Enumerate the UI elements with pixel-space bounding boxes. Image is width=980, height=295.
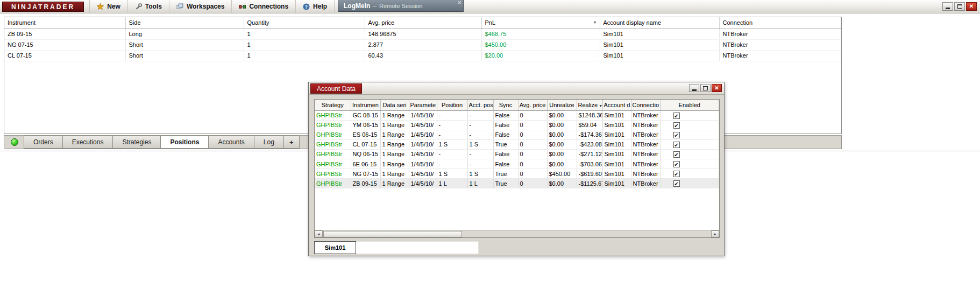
account-cell: -$703.06 [577,159,602,168]
account-cell: -$1125.67 [577,179,602,188]
tab-orders[interactable]: Orders [24,136,63,149]
account-column-header[interactable]: Unrealize [547,100,577,110]
dialog-close-button[interactable]: ✕ [712,84,722,92]
account-cell: 1 S [437,169,467,179]
account-tab-empty-area[interactable] [356,241,479,254]
positions-cell: ZB 09-15 [4,29,125,39]
scroll-left-arrow-icon[interactable]: ◄ [315,230,323,237]
tab-positions[interactable]: Positions [160,136,209,149]
horizontal-scrollbar[interactable]: ◄ ► [315,230,719,237]
account-column-header[interactable]: Paramete [409,100,437,110]
account-row[interactable]: GHPIBStrNG 07-151 Range1/4/5/10/1 S1 STr… [315,169,719,179]
account-cell: - [467,120,493,130]
tab-executions[interactable]: Executions [62,136,113,149]
minimize-icon [692,89,697,91]
account-row[interactable]: GHPIBStrCL 07-151 Range1/4/5/10/1 S1 STr… [315,139,719,149]
account-row[interactable]: GHPIBStrES 06-151 Range1/4/5/10/--False0… [315,130,719,139]
account-cell: False [493,110,518,120]
positions-cell: NTBroker [719,50,841,61]
logmein-close-icon[interactable]: ✕ [457,0,461,5]
account-cell: NTBroker [631,139,660,149]
account-row[interactable]: GHPIBStrZB 09-151 Range1/4/5/10/1 L1 LTr… [315,179,719,188]
positions-column-header[interactable]: Avg. price [365,17,481,29]
menu-item-tools[interactable]: Tools [128,0,169,13]
column-label: Instrumen [352,102,379,108]
account-data-titlebar[interactable]: Account Data ✕ [309,82,724,95]
positions-row[interactable]: NG 07-15Short12.877$450.00Sim101NTBroker [4,39,841,50]
menu-item-connections[interactable]: Connections [232,0,296,13]
account-cell: 1/4/5/10/ [409,149,437,159]
enabled-checkbox[interactable]: ✔ [673,180,680,187]
account-row[interactable]: GHPIBStrNQ 06-151 Range1/4/5/10/--False0… [315,149,719,159]
dialog-minimize-button[interactable] [689,84,699,92]
tab-accounts[interactable]: Accounts [208,136,254,149]
account-header-row: StrategyInstrumenData seriParametePositi… [315,100,719,110]
account-cell: GHPIBStr [315,169,351,179]
enabled-cell: ✔ [660,130,719,139]
column-label: Sync [499,102,512,108]
add-tab-button[interactable]: + [283,136,300,149]
positions-header-row: InstrumentSideQuantityAvg. pricePnL▼Acco… [4,17,841,29]
tab-log[interactable]: Log [254,136,284,149]
account-cell: - [467,159,493,168]
account-cell: NTBroker [631,120,660,130]
positions-column-header[interactable]: Instrument [4,17,125,29]
pnl-filter-dropdown-icon[interactable]: ▼ [593,20,597,24]
account-cell: GC 08-15 [351,110,380,120]
positions-cell: 1 [244,29,365,39]
account-cell: - [437,120,467,130]
account-row[interactable]: GHPIBStrGC 08-151 Range1/4/5/10/--False0… [315,110,719,120]
enabled-checkbox[interactable]: ✔ [673,113,680,119]
enabled-checkbox[interactable]: ✔ [673,122,680,129]
menu-item-new[interactable]: New [89,0,128,13]
close-icon: ✕ [969,4,974,9]
account-cell: Sim101 [602,120,631,130]
account-data-grid: StrategyInstrumenData seriParametePositi… [314,99,720,238]
maximize-button[interactable] [954,2,965,11]
account-column-header[interactable]: Connectio [631,100,660,110]
column-label: Acct. posi [469,102,494,108]
account-cell: $59.04 [577,120,602,130]
positions-column-header[interactable]: Connection [719,17,841,29]
account-column-header[interactable]: Account d [602,100,631,110]
account-column-header[interactable]: Avg. price [518,100,547,110]
menu-item-help[interactable]: ? Help [296,0,335,13]
account-column-header[interactable]: Data seri [380,100,409,110]
account-cell: 1/4/5/10/ [409,179,437,188]
menu-item-workspaces[interactable]: Workspaces [169,0,232,13]
enabled-checkbox[interactable]: ✔ [673,132,680,138]
dialog-maximize-button[interactable] [700,84,711,92]
tab-strategies[interactable]: Strategies [112,136,161,149]
account-column-header[interactable]: Acct. posi [467,100,493,110]
positions-cell: Short [125,39,244,50]
positions-column-header[interactable]: Quantity [244,17,365,29]
close-icon: ✕ [714,86,719,91]
account-column-header[interactable]: Realize▼ [577,100,602,110]
account-column-header[interactable]: Enabled [660,100,719,110]
positions-column-header[interactable]: PnL▼ [481,17,600,29]
account-row[interactable]: GHPIBStr6E 06-151 Range1/4/5/10/--False0… [315,159,719,168]
account-column-header[interactable]: Strategy [315,100,351,110]
positions-row[interactable]: ZB 09-15Long1148.96875$468.75Sim101NTBro… [4,29,841,39]
account-cell: 0 [518,149,547,159]
enabled-checkbox[interactable]: ✔ [673,171,680,177]
positions-column-header[interactable]: Side [125,17,244,29]
enabled-checkbox[interactable]: ✔ [673,161,680,167]
account-tab-sim101[interactable]: Sim101 [314,241,356,254]
workspaces-icon [176,3,183,10]
minimize-button[interactable] [942,2,953,11]
logmein-session-bar[interactable]: LogMeIn – Remote Session ✕ [338,0,464,12]
account-row[interactable]: GHPIBStrYM 06-151 Range1/4/5/10/--False0… [315,120,719,130]
account-column-header[interactable]: Instrumen [351,100,380,110]
account-cell: - [467,130,493,139]
positions-column-header[interactable]: Account display name [600,17,719,29]
account-cell: $1248.36 [577,110,602,120]
close-button[interactable]: ✕ [966,2,977,11]
scroll-right-arrow-icon[interactable]: ► [711,230,719,237]
scrollbar-thumb[interactable] [323,231,462,237]
enabled-checkbox[interactable]: ✔ [673,151,680,158]
account-column-header[interactable]: Sync [493,100,518,110]
account-column-header[interactable]: Position [437,100,467,110]
positions-row[interactable]: CL 07-15Short160.43$20.00Sim101NTBroker [4,50,841,61]
enabled-checkbox[interactable]: ✔ [673,142,680,148]
